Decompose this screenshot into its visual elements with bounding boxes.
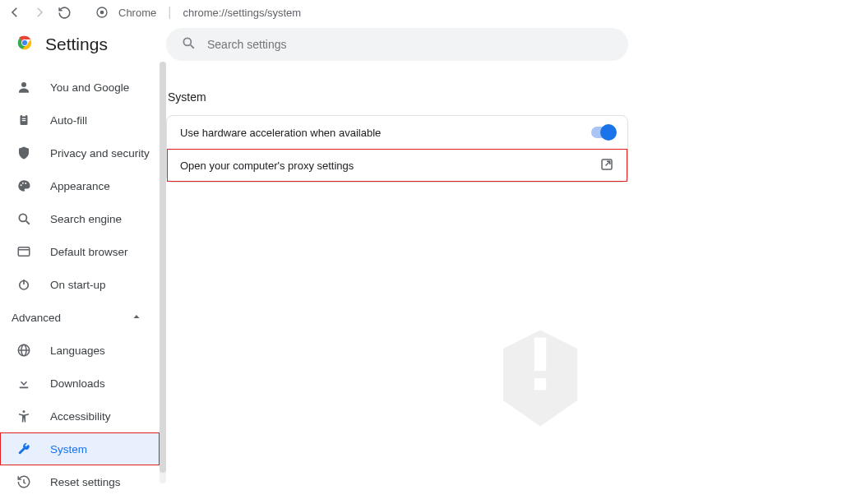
search-icon	[16, 210, 32, 227]
svg-line-14	[26, 221, 30, 224]
wrench-icon	[16, 441, 32, 457]
browser-app-label: Chrome	[118, 7, 156, 19]
search-icon	[181, 35, 196, 53]
sidebar-item-label: Languages	[50, 344, 105, 357]
svg-point-12	[25, 183, 26, 184]
sidebar: Settings You and Google Auto-fill Privac…	[0, 25, 160, 504]
row-label: Open your computer's proxy settings	[180, 160, 354, 172]
browser-bar: Chrome | chrome://settings/system	[0, 0, 842, 25]
sidebar-item-you-and-google[interactable]: You and Google	[0, 71, 160, 104]
svg-point-10	[21, 184, 22, 186]
download-icon	[16, 375, 32, 391]
browser-url[interactable]: chrome://settings/system	[183, 7, 301, 19]
svg-point-24	[23, 410, 25, 413]
clipboard-icon	[16, 112, 32, 128]
browser-separator: |	[168, 5, 171, 20]
sidebar-advanced-label: Advanced	[12, 312, 61, 324]
sidebar-item-autofill[interactable]: Auto-fill	[0, 104, 160, 136]
svg-rect-7	[22, 114, 26, 117]
watermark-icon	[503, 329, 577, 428]
main-content: System Use hardware acceleration when av…	[166, 25, 842, 504]
row-label: Use hardware acceleration when available	[180, 127, 381, 139]
sidebar-item-default-browser[interactable]: Default browser	[0, 235, 160, 268]
svg-rect-15	[18, 247, 30, 257]
restore-icon	[16, 474, 32, 490]
section-title: System	[168, 90, 727, 104]
accessibility-icon	[16, 408, 32, 424]
toggle-hardware-acceleration[interactable]	[591, 127, 614, 138]
brand: Settings	[0, 25, 160, 64]
svg-line-26	[191, 45, 194, 49]
palette-icon	[16, 178, 32, 194]
browser-window-icon	[16, 243, 32, 260]
sidebar-advanced-toggle[interactable]: Advanced	[0, 301, 160, 334]
row-proxy-settings[interactable]: Open your computer's proxy settings	[167, 149, 627, 182]
sidebar-item-label: Auto-fill	[50, 114, 87, 127]
sidebar-item-label: Reset settings	[50, 476, 121, 488]
sidebar-item-label: System	[50, 443, 87, 455]
sidebar-item-label: Privacy and security	[50, 147, 150, 160]
chevron-up-icon	[132, 312, 141, 324]
sidebar-scrollbar[interactable]	[160, 62, 166, 483]
sidebar-item-system[interactable]: System	[0, 432, 160, 465]
sidebar-item-label: Default browser	[50, 246, 128, 258]
svg-rect-9	[22, 120, 26, 121]
sidebar-item-downloads[interactable]: Downloads	[0, 367, 160, 400]
sidebar-item-label: Accessibility	[50, 410, 111, 423]
svg-rect-8	[22, 118, 26, 119]
sidebar-item-languages[interactable]: Languages	[0, 334, 160, 367]
sidebar-item-privacy[interactable]: Privacy and security	[0, 136, 160, 169]
sidebar-item-label: You and Google	[50, 81, 129, 94]
svg-point-25	[183, 38, 191, 45]
svg-rect-23	[20, 387, 29, 389]
svg-point-11	[22, 183, 24, 184]
sidebar-item-on-startup[interactable]: On start-up	[0, 268, 160, 301]
svg-point-5	[21, 82, 26, 87]
page-title: Settings	[45, 35, 108, 54]
row-hardware-acceleration[interactable]: Use hardware acceleration when available	[167, 116, 627, 149]
sidebar-item-label: Search engine	[50, 213, 122, 225]
chrome-site-icon	[94, 4, 110, 21]
back-icon[interactable]	[7, 4, 23, 21]
search-settings[interactable]	[166, 28, 628, 61]
chrome-logo-icon	[16, 34, 34, 55]
sidebar-item-label: On start-up	[50, 279, 106, 291]
sidebar-item-search-engine[interactable]: Search engine	[0, 202, 160, 235]
svg-marker-28	[503, 331, 577, 427]
globe-icon	[16, 342, 32, 358]
svg-marker-19	[134, 315, 140, 318]
sidebar-item-appearance[interactable]: Appearance	[0, 169, 160, 202]
svg-rect-30	[534, 378, 546, 390]
sidebar-item-reset[interactable]: Reset settings	[0, 465, 160, 498]
sidebar-item-label: Appearance	[50, 180, 110, 192]
svg-point-1	[100, 11, 104, 15]
shield-icon	[16, 145, 32, 161]
power-icon	[16, 276, 32, 293]
reload-icon[interactable]	[56, 4, 72, 21]
search-input[interactable]	[207, 38, 613, 51]
system-settings-card: Use hardware acceleration when available…	[166, 115, 628, 183]
svg-point-13	[19, 214, 26, 221]
forward-icon[interactable]	[31, 4, 48, 21]
open-external-icon	[599, 157, 614, 174]
sidebar-item-label: Downloads	[50, 377, 105, 390]
sidebar-item-accessibility[interactable]: Accessibility	[0, 400, 160, 432]
svg-rect-29	[534, 338, 546, 372]
person-icon	[16, 79, 32, 95]
